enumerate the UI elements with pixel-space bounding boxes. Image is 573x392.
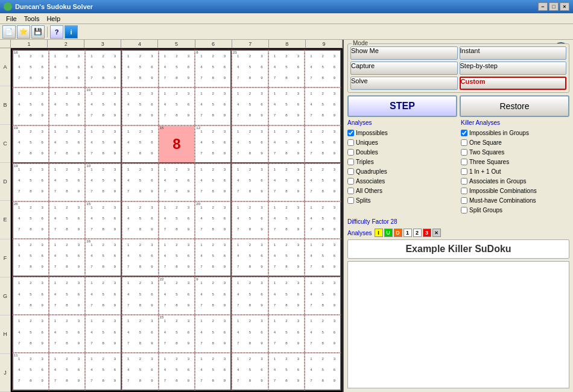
chk-must-have[interactable] xyxy=(461,197,467,204)
cell-5-2[interactable]: 16123456789 xyxy=(85,239,122,277)
cell-4-3[interactable]: 123456789 xyxy=(122,201,159,239)
cell-5-8[interactable]: 123456789 xyxy=(305,239,341,277)
check-splits[interactable]: Splits xyxy=(347,195,456,205)
chk-one-sq[interactable] xyxy=(461,139,467,146)
cell-1-7[interactable]: 123456789 xyxy=(268,87,305,125)
cell-0-4[interactable]: 123456789 xyxy=(159,49,195,87)
cell-3-0[interactable]: 19123456789 xyxy=(12,163,49,201)
check-doubles[interactable]: Doubles xyxy=(347,147,456,157)
menu-file[interactable]: File xyxy=(2,14,21,23)
cell-0-5[interactable]: 8123456789 xyxy=(195,49,232,87)
cell-2-0[interactable]: 19123456789 xyxy=(12,125,49,163)
cell-2-2[interactable]: 123456789 xyxy=(85,125,122,163)
cell-7-0[interactable]: 123456789 xyxy=(12,315,49,353)
check-uniques[interactable]: Uniques xyxy=(347,138,456,147)
cell-6-5[interactable]: 9123456789 xyxy=(195,277,232,315)
cell-3-1[interactable]: 123456789 xyxy=(49,163,86,201)
cell-6-7[interactable]: 123456789 xyxy=(268,277,305,315)
chk-associates[interactable] xyxy=(347,178,354,185)
cell-5-5[interactable]: 123456789 xyxy=(195,239,232,277)
minimize-btn[interactable]: − xyxy=(538,2,548,11)
chk-three-sq[interactable] xyxy=(461,159,467,165)
help-btn[interactable]: ? xyxy=(50,25,63,39)
open-btn[interactable]: ⭐ xyxy=(17,25,30,39)
cell-7-3[interactable]: 123456789 xyxy=(122,315,159,353)
chk-1in1out[interactable] xyxy=(461,168,467,175)
cell-1-1[interactable]: 123456789 xyxy=(49,87,86,125)
cell-3-3[interactable]: 123456789 xyxy=(122,163,159,201)
new-btn[interactable]: 📄 xyxy=(2,25,16,39)
check-impossibles[interactable]: Impossibles xyxy=(347,128,456,138)
menu-help[interactable]: Help xyxy=(43,14,64,23)
cell-8-2[interactable]: 123456789 xyxy=(85,353,122,391)
cell-5-7[interactable]: 123456789 xyxy=(268,239,305,277)
menu-tools[interactable]: Tools xyxy=(21,14,43,23)
chk-impossibles[interactable] xyxy=(347,130,354,136)
cell-7-8[interactable]: 123456789 xyxy=(305,315,341,353)
cell-5-6[interactable]: 123456789 xyxy=(232,239,268,277)
cell-1-0[interactable]: 123456789 xyxy=(12,87,49,125)
cell-4-1[interactable]: 123456789 xyxy=(49,201,86,239)
cell-1-5[interactable]: 123456789 xyxy=(195,87,232,125)
check-one-sq[interactable]: One Square xyxy=(461,138,569,147)
cell-8-8[interactable]: 123456789 xyxy=(305,353,341,391)
check-split-groups[interactable]: Split Groups xyxy=(461,205,569,215)
chk-quadruples[interactable] xyxy=(347,168,354,175)
check-associates[interactable]: Associates xyxy=(347,176,456,186)
cell-6-6[interactable]: 123456789 xyxy=(232,277,268,315)
cell-0-8[interactable]: 123456789 xyxy=(305,49,341,87)
cell-0-1[interactable]: 123456789 xyxy=(49,49,86,87)
cell-6-8[interactable]: 123456789 xyxy=(305,277,341,315)
check-all-others[interactable]: All Others xyxy=(347,186,456,195)
cell-8-1[interactable]: 123456789 xyxy=(49,353,86,391)
cell-6-2[interactable]: 123456789 xyxy=(85,277,122,315)
check-triples[interactable]: Triples xyxy=(347,157,456,166)
cell-3-2[interactable]: 10123456789 xyxy=(85,163,122,201)
cell-2-1[interactable]: 123456789 xyxy=(49,125,86,163)
cell-3-6[interactable]: 123456789 xyxy=(232,163,268,201)
info-btn[interactable]: i xyxy=(65,25,78,39)
chk-triples[interactable] xyxy=(347,159,354,165)
cell-1-3[interactable]: 123456789 xyxy=(122,87,159,125)
window-controls[interactable]: − □ × xyxy=(538,2,569,11)
cell-6-4[interactable]: 22123456789 xyxy=(159,277,195,315)
maximize-btn[interactable]: □ xyxy=(549,2,559,11)
cell-1-2[interactable]: 10123456789 xyxy=(85,87,122,125)
capture-btn[interactable]: Capture xyxy=(350,62,458,75)
check-must-have[interactable]: Must-have Combinations xyxy=(461,195,569,205)
cell-5-0[interactable]: 123456789 xyxy=(12,239,49,277)
cell-5-1[interactable]: 123456789 xyxy=(49,239,86,277)
cell-5-3[interactable]: 123456789 xyxy=(122,239,159,277)
cell-5-4[interactable]: 123456789 xyxy=(159,239,195,277)
chk-split-groups[interactable] xyxy=(461,207,467,213)
cell-7-4[interactable]: 15123456789 xyxy=(159,315,195,353)
cell-6-3[interactable]: 123456789 xyxy=(122,277,159,315)
cell-6-0[interactable]: 123456789 xyxy=(12,277,49,315)
cell-4-5[interactable]: 20123456789 xyxy=(195,201,232,239)
cell-7-2[interactable]: 123456789 xyxy=(85,315,122,353)
cell-2-7[interactable]: 123456789 xyxy=(268,125,305,163)
cell-8-3[interactable]: 123456789 xyxy=(122,353,159,391)
cell-2-5[interactable]: 12123456789 xyxy=(195,125,232,163)
step-by-step-btn[interactable]: Step-by-step xyxy=(460,62,567,75)
cell-1-8[interactable]: 123456789 xyxy=(305,87,341,125)
cell-7-1[interactable]: 123456789 xyxy=(49,315,86,353)
cell-7-7[interactable]: 123456789 xyxy=(268,315,305,353)
cell-7-5[interactable]: 123456789 xyxy=(195,315,232,353)
cell-0-6[interactable]: 23123456789 xyxy=(232,49,268,87)
instant-btn[interactable]: Instant xyxy=(460,46,567,60)
cell-4-8[interactable]: 123456789 xyxy=(305,201,341,239)
chk-imp-comb[interactable] xyxy=(461,188,467,194)
cell-4-7[interactable]: 123456789 xyxy=(268,201,305,239)
cell-8-0[interactable]: 11123456789 xyxy=(12,353,49,391)
cell-2-3[interactable]: 123456789 xyxy=(122,125,159,163)
chk-splits[interactable] xyxy=(347,197,354,204)
chk-imp-groups[interactable] xyxy=(461,130,467,136)
notes-box[interactable] xyxy=(347,261,569,388)
cell-8-7[interactable]: 123456789 xyxy=(268,353,305,391)
cell-8-4[interactable]: 123456789 xyxy=(159,353,195,391)
cell-3-4[interactable]: 123456789 xyxy=(159,163,195,201)
cell-3-7[interactable]: 123456789 xyxy=(268,163,305,201)
check-two-sq[interactable]: Two Squares xyxy=(461,147,569,157)
chk-assoc-groups[interactable] xyxy=(461,178,467,185)
